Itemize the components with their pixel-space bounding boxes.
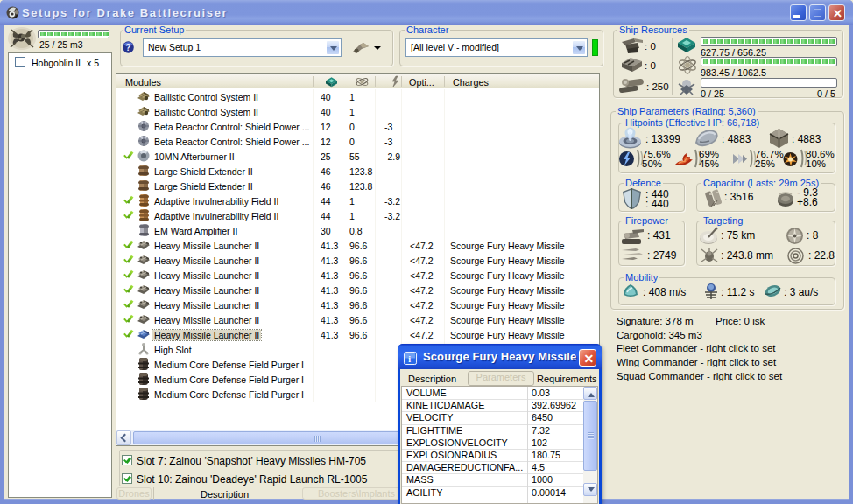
svg-text:?: ?: [125, 43, 130, 52]
svg-text:i: i: [408, 354, 411, 364]
